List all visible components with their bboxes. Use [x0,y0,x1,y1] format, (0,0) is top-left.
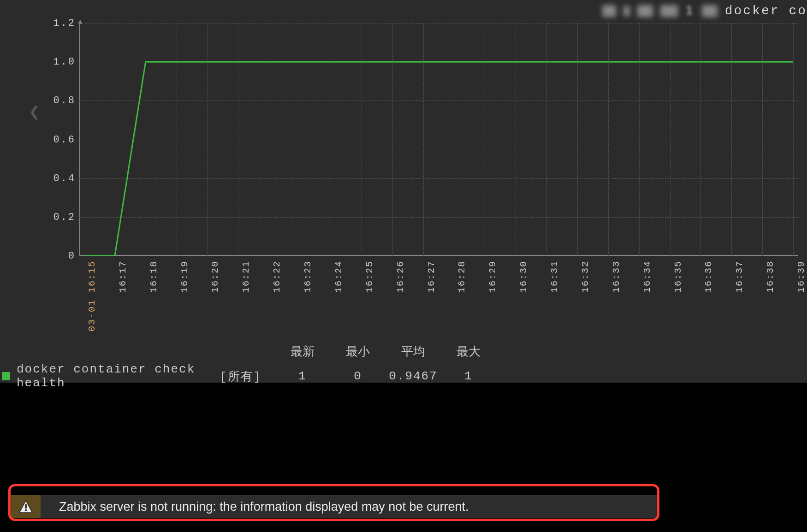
y-tick-label: 0.2 [53,211,76,223]
gridline-v [362,23,362,256]
gridline-v [700,23,701,256]
gridline-v [485,23,485,256]
title-suffix: docker co [725,4,807,18]
chart-panel: 1 docker co ❮ ▲ 00.20.40.60.81.01.203-01… [0,0,807,383]
x-tick-label: 16:33 [611,260,622,293]
warning-text: Zabbix server is not running: the inform… [41,500,469,514]
x-tick-label: 16:28 [457,260,467,293]
legend-header-avg: 平均 [386,343,441,360]
x-tick-label: 16:25 [364,260,375,293]
y-tick-label: 1.0 [53,56,76,68]
warning-icon [11,495,41,518]
svg-rect-1 [25,504,27,508]
gridline-v [115,23,115,256]
legend-val-max: 1 [441,369,496,383]
legend-swatch [2,372,10,380]
x-tick-label: 16:23 [303,260,313,293]
x-tick-label: 16:38 [765,260,776,293]
gridline-v [177,23,177,256]
x-tick-label: 16:18 [148,260,159,293]
gridline-v [577,23,578,256]
legend-val-last: 1 [275,369,330,383]
gridline-h [79,140,798,140]
legend-val-min: 0 [330,369,386,383]
x-tick-label: 16:34 [642,260,653,293]
x-tick-label: 16:20 [210,260,220,293]
y-tick-label: 0.8 [53,95,76,106]
gridline-v [269,23,269,256]
plot-area[interactable]: ▲ [79,23,798,256]
gridline-v [146,23,146,256]
gridline-v [331,23,331,256]
x-tick-label: 16:39 [796,260,807,293]
x-tick-label: 16:24 [333,260,344,293]
svg-rect-2 [25,509,27,511]
x-tick-label: 03-01 16:15 [87,260,97,331]
legend-series-name: docker container check health [17,362,220,390]
x-tick-label: 16:21 [241,260,251,293]
y-tick-label: 0.4 [53,172,76,184]
legend-header-last: 最新 [275,343,330,360]
gridline-v [516,23,516,256]
gridline-v [546,23,547,256]
warning-banner: Zabbix server is not running: the inform… [8,484,659,521]
x-tick-label: 16:29 [487,260,498,293]
x-tick-label: 16:32 [580,260,591,293]
y-tick-label: 0.6 [53,134,76,145]
gridline-h [79,62,798,62]
gridline-v [238,23,238,256]
gridline-h [79,100,798,101]
legend-row: docker container check health [所有] 1 0 0… [0,362,807,390]
x-tick-label: 16:22 [272,260,282,293]
gridline-v [762,23,763,256]
gridline-v [423,23,424,256]
gridline-v [392,23,393,256]
page-background [0,383,807,484]
gridline-v [639,23,640,256]
gridline-v [608,23,609,256]
x-tick-label: 16:19 [179,260,190,293]
legend-header-max: 最大 [441,343,496,360]
x-tick-label: 16:17 [118,260,128,293]
gridline-v [731,23,732,256]
chart-title: 1 docker co [602,4,807,18]
gridline-v [454,23,454,256]
chevron-left-icon[interactable]: ❮ [29,103,40,119]
x-tick-label: 16:26 [395,260,406,293]
legend-scope: [所有] [220,368,275,384]
y-tick-label: 0 [53,250,76,262]
legend-header-min: 最小 [330,343,386,360]
gridline-v [300,23,300,256]
gridline-h [79,23,798,24]
legend-val-avg: 0.9467 [386,369,441,383]
gridline-h [79,178,798,179]
chart-area: ▲ 00.20.40.60.81.01.203-01 16:1516:1716:… [55,23,798,256]
gridline-h [79,217,798,218]
gridline-v [207,23,208,256]
y-tick-label: 1.2 [53,18,76,29]
x-tick-label: 16:31 [549,260,560,293]
legend: 最新 最小 平均 最大 docker container check healt… [0,343,807,390]
gridline-v [670,23,671,256]
gridline-v [793,23,794,256]
x-tick-label: 16:35 [673,260,683,293]
x-tick-label: 16:30 [518,260,529,293]
x-tick-label: 16:37 [734,260,745,293]
x-tick-label: 16:27 [426,260,437,293]
x-tick-label: 16:36 [703,260,714,293]
